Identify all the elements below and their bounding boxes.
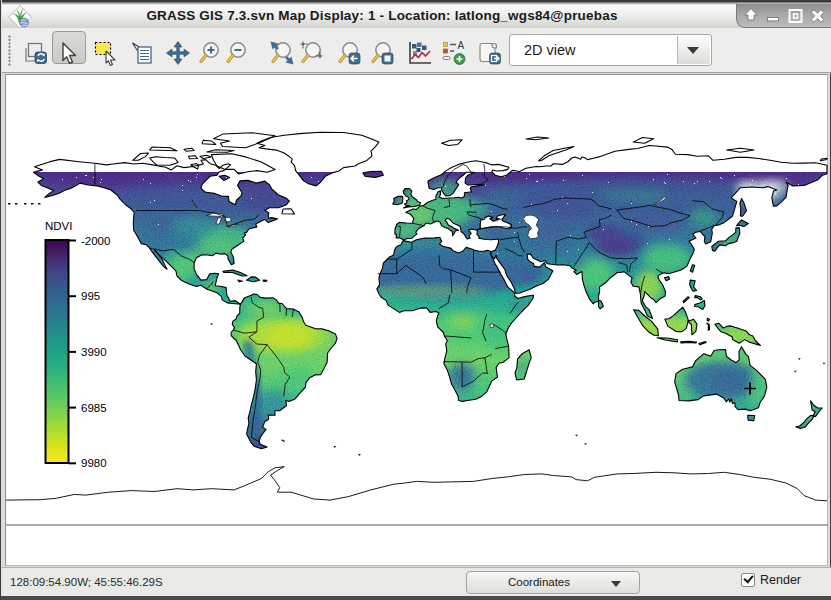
svg-text:3990: 3990 xyxy=(81,346,107,358)
svg-text:9980: 9980 xyxy=(81,457,107,469)
svg-text:A: A xyxy=(458,40,465,51)
svg-text:-2000: -2000 xyxy=(81,235,110,247)
svg-text:995: 995 xyxy=(81,290,100,302)
svg-text:6985: 6985 xyxy=(81,402,107,414)
svg-text:NDVI: NDVI xyxy=(45,220,72,232)
